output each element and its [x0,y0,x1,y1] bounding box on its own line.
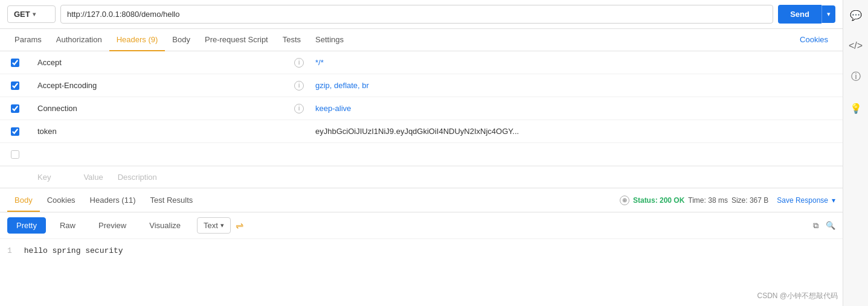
method-chevron-icon: ▾ [33,11,36,18]
fmt-visualize-button[interactable]: Visualize [140,217,190,234]
response-content: hello spring security [24,246,123,299]
header-value-encoding[interactable]: gzip, deflate, br [308,76,843,95]
format-bar: Pretty Raw Preview Visualize Text ▾ ⇌ ⧉ … [0,212,843,239]
request-tabs: Params Authorization Headers (9) Body Pr… [0,29,843,51]
row-checkbox-col [0,127,30,136]
row-checkbox-col [0,104,30,113]
table-row-empty [0,143,843,166]
header-checkbox-accept[interactable] [11,59,19,67]
url-input[interactable] [60,5,773,24]
header-key-empty[interactable] [30,150,290,159]
line-number: 1 [7,246,12,299]
method-select[interactable]: GET ▾ [7,5,56,23]
tab-tests[interactable]: Tests [275,29,308,51]
globe-icon: ⊕ [620,196,629,205]
table-row: Accept i */* [0,51,843,74]
tab-authorization[interactable]: Authorization [49,29,109,51]
response-body: 1 hello spring security [0,239,843,306]
tab-cookies[interactable]: Cookies [792,29,835,51]
row-checkbox-col [0,150,30,159]
header-value-accept[interactable]: */* [308,53,843,72]
tab-params[interactable]: Params [7,29,49,51]
header-checkbox-token[interactable] [11,127,19,136]
right-sidebar: 💬 </> ⓘ 💡 [843,0,868,306]
table-row: Connection i keep-alive [0,97,843,120]
headers-placeholder-row: Key Value Description [0,166,843,188]
response-area: Body Cookies Headers (11) Test Results ⊕… [0,188,843,306]
tab-settings[interactable]: Settings [308,29,351,51]
wrap-icon[interactable]: ⇌ [236,220,243,231]
header-key-token[interactable]: token [30,122,290,141]
tab-pre-request-script[interactable]: Pre-request Script [198,29,275,51]
method-label: GET [14,10,30,19]
placeholder-description: Description [111,167,164,188]
status-badge: Status: 200 OK [633,196,684,205]
fmt-pretty-button[interactable]: Pretty [7,217,46,234]
code-icon[interactable]: </> [844,36,867,56]
save-response-chevron[interactable]: ▾ [832,196,835,205]
response-tab-test-results[interactable]: Test Results [143,190,200,212]
search-icon[interactable]: 🔍 [826,221,835,231]
headers-table: Accept i */* Accept-Encoding i gzip, def… [0,51,843,188]
info-icon-connection: i [290,104,308,113]
response-tab-cookies[interactable]: Cookies [40,190,83,212]
header-checkbox-empty[interactable] [11,150,19,159]
header-value-connection[interactable]: keep-alive [308,99,843,118]
text-format-label: Text [204,221,218,230]
response-tab-body[interactable]: Body [7,190,40,212]
header-key-connection[interactable]: Connection [30,99,290,118]
watermark: CSDN @小钟不想敲代码 [757,291,838,301]
url-bar: GET ▾ Send ▾ [0,0,843,29]
fmt-preview-button[interactable]: Preview [89,217,135,234]
header-value-empty[interactable] [308,150,843,159]
info-icon-encoding: i [290,81,308,91]
bulb-icon[interactable]: 💡 [845,98,867,119]
header-checkbox-connection[interactable] [11,104,19,113]
table-row: token eyJhbGciOiJIUzI1NiJ9.eyJqdGkiOiI4N… [0,120,843,143]
text-format-chevron-icon: ▾ [220,222,224,229]
header-key-accept[interactable]: Accept [30,53,290,72]
tab-body[interactable]: Body [165,29,198,51]
comments-icon[interactable]: 💬 [845,5,867,26]
response-time: Time: 38 ms [688,196,728,205]
info-icon-accept: i [290,58,308,68]
placeholder-value: Value [76,167,110,188]
response-tabs: Body Cookies Headers (11) Test Results ⊕… [0,188,843,212]
send-button-group: Send ▾ [778,5,835,24]
fmt-action-icons: ⧉ 🔍 [813,221,835,231]
info-sidebar-icon[interactable]: ⓘ [846,66,866,88]
copy-icon[interactable]: ⧉ [813,221,818,231]
tab-headers[interactable]: Headers (9) [109,29,166,51]
placeholder-info [58,167,76,188]
placeholder-key: Key [30,167,58,188]
response-tab-headers[interactable]: Headers (11) [83,190,143,212]
header-checkbox-encoding[interactable] [11,81,19,90]
header-key-encoding[interactable]: Accept-Encoding [30,76,290,95]
send-button[interactable]: Send [778,5,821,24]
placeholder-check-col [0,167,30,188]
table-row: Accept-Encoding i gzip, deflate, br [0,74,843,97]
row-checkbox-col [0,59,30,67]
header-value-token[interactable]: eyJhbGciOiJIUzI1NiJ9.eyJqdGkiOiI4NDUyN2I… [308,122,843,141]
send-chevron-button[interactable]: ▾ [821,5,835,23]
save-response-button[interactable]: Save Response [777,196,828,205]
fmt-raw-button[interactable]: Raw [51,217,85,234]
response-meta: ⊕ Status: 200 OK Time: 38 ms Size: 367 B… [620,196,835,205]
response-size: Size: 367 B [731,196,768,205]
row-checkbox-col [0,81,30,90]
text-format-select[interactable]: Text ▾ [197,217,231,234]
